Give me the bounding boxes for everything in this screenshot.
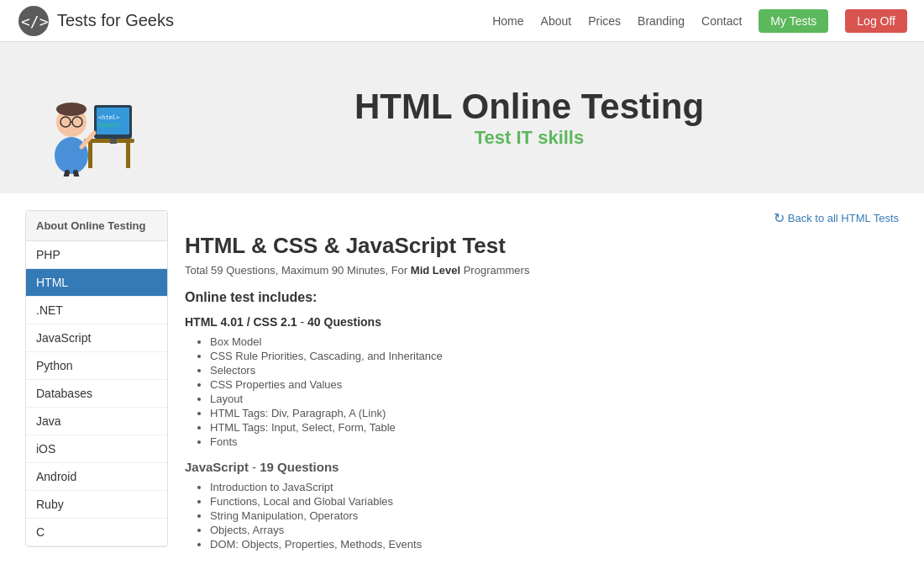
nav-prices[interactable]: Prices (588, 14, 621, 28)
list-item: Layout (210, 393, 899, 405)
sidebar-item-javascript[interactable]: JavaScript (26, 324, 167, 352)
hero-text: HTML Online Testing Test IT skills (160, 87, 899, 149)
brand-title: Tests for Geeks (57, 11, 174, 30)
list-item: Fonts (210, 435, 899, 448)
my-tests-button[interactable]: My Tests (759, 9, 828, 33)
svg-rect-4 (126, 143, 130, 168)
section2-header: JavaScript - 19 Questions (185, 460, 899, 474)
content-area: ↻ Back to all HTML Tests HTML & CSS & Ja… (185, 210, 899, 564)
svg-text:<html>: <html> (98, 114, 119, 121)
includes-label: Online test includes: (185, 290, 899, 305)
hero-banner: <html> body{} HTML Online Testing Test I… (0, 42, 924, 193)
list-item: HTML Tags: Div, Paragraph, A (Link) (210, 407, 899, 419)
section1-list: Box Model CSS Rule Priorities, Cascading… (185, 335, 899, 448)
nav-home[interactable]: Home (492, 14, 523, 28)
nav-about[interactable]: About (541, 14, 572, 28)
list-item: CSS Properties and Values (210, 378, 899, 391)
list-item: CSS Rule Priorities, Cascading, and Inhe… (210, 350, 899, 362)
list-item: Box Model (210, 335, 899, 348)
sidebar-item-html[interactable]: HTML (26, 269, 167, 297)
sidebar-item-android[interactable]: Android (26, 463, 167, 491)
svg-rect-2 (84, 139, 134, 143)
svg-rect-9 (110, 139, 117, 144)
back-link[interactable]: ↻ Back to all HTML Tests (774, 210, 899, 226)
list-item: String Manipulation, Operators (210, 509, 899, 522)
sidebar-item-java[interactable]: Java (26, 408, 167, 435)
nav-contact[interactable]: Contact (701, 14, 742, 28)
test-meta: Total 59 Questions, Maximum 90 Minutes, … (185, 264, 899, 277)
section1-header: HTML 4.01 / CSS 2.1 - 40 Questions (185, 315, 899, 329)
hero-image: <html> body{} (25, 59, 160, 177)
svg-line-18 (76, 172, 80, 177)
list-item: DOM: Objects, Properties, Methods, Event… (210, 538, 899, 551)
list-item: Introduction to JavaScript (210, 481, 899, 493)
svg-text:</>: </> (21, 13, 49, 30)
nav-branding[interactable]: Branding (638, 14, 685, 28)
main-content: About Online Testing PHP HTML .NET JavaS… (0, 193, 924, 564)
back-icon: ↻ (774, 210, 785, 226)
svg-point-12 (56, 103, 87, 116)
sidebar-item-python[interactable]: Python (26, 352, 167, 380)
svg-text:body{}: body{} (98, 122, 119, 129)
page-title: HTML & CSS & JavaScript Test (185, 233, 899, 259)
sidebar-header: About Online Testing (26, 211, 167, 241)
svg-line-17 (63, 172, 67, 177)
navbar: </> Tests for Geeks Home About Prices Br… (0, 0, 924, 42)
brand-logo-icon: </> (17, 4, 50, 38)
back-link-text: Back to all HTML Tests (788, 212, 899, 224)
sidebar-item-c[interactable]: C (26, 519, 167, 546)
svg-rect-3 (88, 143, 92, 168)
nav-links: Home About Prices Branding Contact My Te… (492, 9, 907, 33)
sidebar-item-net[interactable]: .NET (26, 297, 167, 324)
hero-subtitle: Test IT skills (160, 127, 899, 149)
svg-rect-6 (97, 108, 129, 134)
list-item: HTML Tags: Input, Select, Form, Table (210, 421, 899, 434)
sidebar-item-databases[interactable]: Databases (26, 380, 167, 408)
brand-logo-link[interactable]: </> Tests for Geeks (17, 4, 174, 38)
list-item: Selectors (210, 364, 899, 377)
list-item: Objects, Arrays (210, 524, 899, 536)
test-level: Mid Level (411, 264, 460, 277)
section2-list: Introduction to JavaScript Functions, Lo… (185, 481, 899, 551)
sidebar-item-ruby[interactable]: Ruby (26, 491, 167, 519)
list-item: Functions, Local and Global Variables (210, 495, 899, 508)
sidebar-item-ios[interactable]: iOS (26, 435, 167, 463)
log-off-button[interactable]: Log Off (845, 9, 907, 33)
sidebar: About Online Testing PHP HTML .NET JavaS… (25, 210, 168, 547)
hero-heading: HTML Online Testing (160, 87, 899, 127)
sidebar-item-php[interactable]: PHP (26, 241, 167, 269)
